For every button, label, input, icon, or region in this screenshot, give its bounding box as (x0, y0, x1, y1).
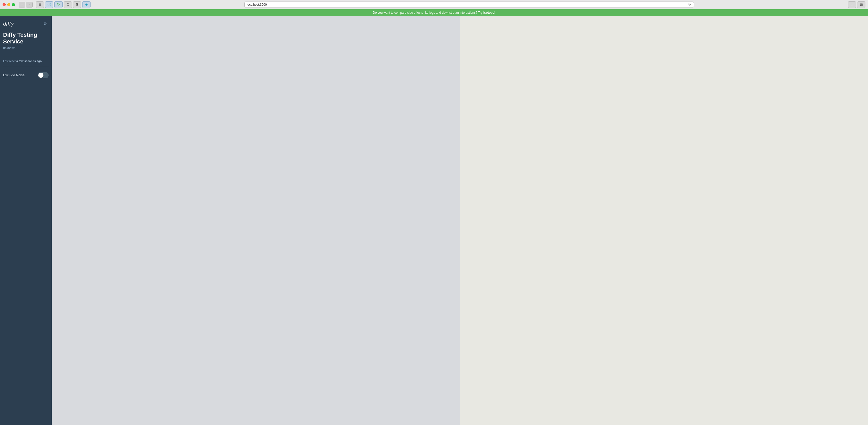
banner-text: Do you want to compare side effects like… (373, 11, 483, 14)
banner-suffix: ! (494, 11, 495, 14)
app-container: Do you want to compare side effects like… (0, 9, 868, 425)
nav-buttons: ‹ › (19, 2, 33, 7)
sidebar-icon: ⊟ (38, 3, 41, 6)
refresh-icon: ↻ (57, 3, 60, 6)
window-chrome: ‹ › ⊟ ⓘ ↻ ⬡ ⛨ ⊕ localhost:3000 ↻ (0, 0, 868, 9)
info-button[interactable]: ⓘ (45, 1, 53, 8)
share-button[interactable]: ↑ (848, 1, 856, 8)
left-panel (52, 16, 460, 425)
traffic-lights (3, 3, 15, 6)
maximize-button[interactable] (12, 3, 15, 6)
sidebar-header: diffy ⚙ (3, 20, 49, 27)
divider-2 (3, 67, 49, 67)
toggle-thumb (38, 73, 43, 78)
content-area (52, 16, 868, 425)
pocket-icon: ⬡ (66, 3, 69, 6)
info-icon: ⓘ (48, 2, 51, 7)
sidebar: diffy ⚙ Diffy Testing Service unknown La… (0, 16, 52, 425)
share-icon: ↑ (851, 3, 853, 6)
right-panel (460, 16, 868, 425)
url-text: localhost:3000 (247, 3, 267, 6)
pocket-button[interactable]: ⬡ (64, 1, 72, 8)
banner-brand: Isotope (484, 11, 495, 14)
promo-banner: Do you want to compare side effects like… (0, 9, 868, 16)
fullscreen-icon: ⊡ (860, 3, 863, 6)
back-button[interactable]: ‹ (19, 2, 25, 7)
exclude-noise-toggle[interactable] (38, 72, 49, 78)
refresh-button[interactable]: ↻ (54, 1, 63, 8)
back-icon: ‹ (22, 3, 23, 6)
remote-icon: ⊕ (85, 3, 88, 6)
settings-button[interactable]: ⚙ (41, 20, 49, 27)
settings-icon: ⚙ (43, 22, 47, 26)
exclude-noise-label: Exclude Noise (3, 73, 25, 77)
forward-icon: › (29, 3, 30, 6)
fullscreen-button[interactable]: ⊡ (857, 1, 865, 8)
minimize-button[interactable] (7, 3, 10, 6)
main-layout: diffy ⚙ Diffy Testing Service unknown La… (0, 16, 868, 425)
service-status: unknown (3, 46, 49, 50)
last-reset-prefix: Last reset (3, 60, 16, 63)
exclude-noise-row: Exclude Noise (3, 72, 49, 78)
url-bar-container: localhost:3000 ↻ (95, 2, 844, 8)
url-bar[interactable]: localhost:3000 ↻ (244, 2, 694, 8)
forward-button[interactable]: › (26, 2, 33, 7)
shield-button[interactable]: ⛨ (73, 1, 81, 8)
remote-button[interactable]: ⊕ (82, 1, 91, 8)
toolbar-icons: ⊟ ⓘ ↻ ⬡ ⛨ ⊕ (36, 1, 91, 8)
reload-icon[interactable]: ↻ (687, 3, 692, 7)
last-reset-time: a few seconds ago (16, 60, 42, 63)
toolbar-right: ↑ ⊡ (848, 1, 865, 8)
app-logo: diffy (3, 21, 14, 27)
last-reset-text: Last reset a few seconds ago (3, 60, 49, 63)
sidebar-toggle-button[interactable]: ⊟ (36, 1, 44, 8)
service-title: Diffy Testing Service (3, 32, 49, 45)
shield-icon: ⛨ (75, 3, 79, 6)
close-button[interactable] (3, 3, 6, 6)
